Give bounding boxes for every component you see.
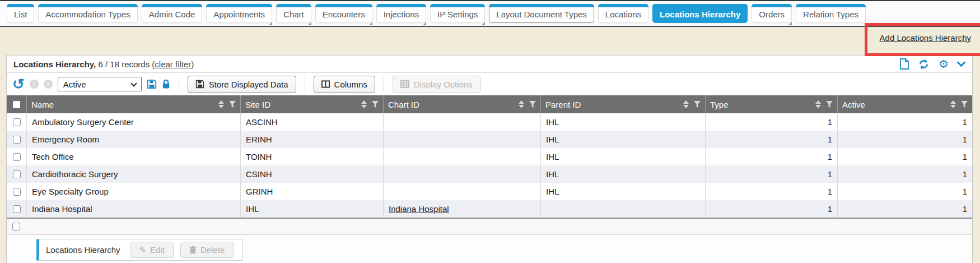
previous-page-button[interactable]: ‹ [30, 80, 39, 89]
cell-type: 1 [706, 200, 838, 218]
row-checkbox[interactable] [13, 153, 21, 161]
table-row[interactable]: Indiana Hospital IHL Indiana Hospital 1 … [7, 200, 972, 218]
cell-site-id: ERINH [241, 131, 384, 148]
tab-relation-types[interactable]: Relation Types [796, 4, 866, 23]
cell-type: 1 [706, 165, 838, 183]
cell-type: 1 [706, 183, 838, 200]
table-row[interactable]: Cardiothoracic Surgery CSINH IHL 1 1 [7, 165, 972, 183]
table-row[interactable]: Tech Office TOINH IHL 1 1 [7, 148, 972, 165]
tab-ip-settings[interactable]: IP Settings [430, 4, 485, 23]
tab-appointments[interactable]: Appointments [206, 4, 272, 23]
filter-funnel-icon[interactable] [229, 101, 236, 108]
sort-icon[interactable] [218, 100, 224, 108]
cell-site-id: IHL [241, 200, 384, 218]
cell-name: Indiana Hospital [27, 200, 241, 218]
cell-type: 1 [706, 131, 838, 148]
undo-icon[interactable]: ↺ [12, 78, 25, 90]
column-header-active[interactable]: Active [838, 95, 972, 113]
tab-chart[interactable]: Chart [276, 4, 311, 23]
tab-bar: List Accommodation Types Admin Code Appo… [0, 0, 980, 27]
locations-hierarchy-panel: Locations Hierarchy, 6 / 18 records (cle… [6, 55, 973, 263]
save-icon [195, 80, 204, 89]
columns-button[interactable]: Columns [314, 76, 375, 93]
tab-label: Injections [384, 10, 419, 19]
chart-id-link[interactable]: Indiana Hospital [389, 204, 449, 214]
tab-locations[interactable]: Locations [598, 4, 648, 23]
cell-site-id: ASCINH [241, 113, 384, 131]
tab-label: Chart [283, 10, 304, 19]
sort-icon[interactable] [815, 100, 821, 108]
store-displayed-data-button[interactable]: Store Displayed Data [188, 76, 296, 93]
chevron-down-icon [130, 80, 137, 86]
cell-active: 1 [838, 131, 972, 148]
cell-name: Cardiothoracic Surgery [27, 165, 241, 183]
filter-funnel-icon[interactable] [529, 101, 536, 108]
delete-button[interactable]: Delete [180, 242, 234, 258]
cell-chart-id [384, 113, 541, 131]
sort-icon[interactable] [683, 100, 689, 108]
submenu-caret-icon [269, 22, 272, 25]
tab-admin-code[interactable]: Admin Code [142, 4, 203, 23]
view-filter-select[interactable]: Active [58, 77, 142, 91]
sort-icon[interactable] [950, 100, 956, 108]
table-footer-row [7, 219, 972, 234]
grid-icon [400, 80, 409, 88]
refresh-icon[interactable] [918, 59, 929, 70]
cell-parent-id: IHL [541, 131, 706, 148]
filter-funnel-icon[interactable] [372, 101, 379, 108]
column-header-name[interactable]: Name [27, 95, 241, 113]
save-view-icon[interactable] [147, 79, 157, 89]
tab-label: Accommodation Types [45, 10, 130, 19]
column-header-chart-id[interactable]: Chart ID [384, 95, 541, 113]
column-header-type[interactable]: Type [706, 95, 838, 113]
selection-bar-title: Locations Hierarchy [46, 245, 120, 255]
tab-label: IP Settings [437, 10, 478, 19]
column-header-parent-id[interactable]: Parent ID [541, 95, 706, 113]
row-checkbox[interactable] [13, 170, 21, 178]
cell-name: Emergency Room [27, 131, 241, 148]
table-row[interactable]: Eye Specialty Group GRINH IHL 1 1 [7, 183, 972, 200]
lock-icon[interactable] [162, 79, 170, 89]
clear-filter-link[interactable]: clear filter [155, 59, 191, 69]
filter-funnel-icon[interactable] [826, 101, 833, 108]
tab-list[interactable]: List [7, 4, 34, 23]
tab-orders[interactable]: Orders [752, 4, 792, 23]
display-options-button[interactable]: Display Options [393, 76, 480, 93]
row-checkbox[interactable] [13, 136, 21, 144]
submenu-caret-icon [308, 22, 311, 25]
row-checkbox[interactable] [13, 205, 21, 213]
sort-icon[interactable] [519, 100, 524, 108]
row-checkbox[interactable] [13, 118, 21, 126]
new-record-icon[interactable] [900, 58, 909, 70]
sort-icon[interactable] [361, 100, 367, 108]
records-count: 6 / 18 records ( [96, 59, 155, 69]
cell-parent-id: IHL [541, 183, 706, 200]
tab-locations-hierarchy[interactable]: Locations Hierarchy [652, 4, 748, 23]
tab-layout-document-types[interactable]: Layout Document Types [489, 4, 594, 23]
cell-parent-id: IHL [541, 148, 706, 165]
column-header-site-id[interactable]: Site ID [241, 95, 384, 113]
edit-button[interactable]: ✎ Edit [130, 242, 174, 258]
cell-active: 1 [838, 165, 972, 183]
table-row[interactable]: Ambulatory Surgery Center ASCINH IHL 1 1 [7, 113, 972, 131]
tab-label: Encounters [323, 10, 365, 19]
next-page-button[interactable]: › [44, 80, 53, 89]
collapse-panel-icon[interactable] [958, 62, 964, 66]
table-row[interactable]: Emergency Room ERINH IHL 1 1 [7, 131, 972, 148]
tab-encounters[interactable]: Encounters [315, 4, 372, 23]
filter-funnel-icon[interactable] [961, 101, 968, 108]
cell-chart-id [384, 165, 541, 183]
select-all-checkbox[interactable] [13, 101, 20, 108]
cell-active: 1 [838, 113, 972, 131]
cell-chart-id [384, 131, 541, 148]
tab-injections[interactable]: Injections [376, 4, 426, 23]
pencil-icon: ✎ [139, 246, 147, 254]
tab-label: Locations Hierarchy [660, 10, 740, 19]
row-checkbox[interactable] [13, 188, 21, 196]
filter-funnel-icon[interactable] [694, 101, 701, 108]
add-locations-hierarchy-link[interactable]: Add Locations Hierarchy [880, 33, 971, 43]
tab-label: Locations [605, 10, 641, 19]
tab-accommodation-types[interactable]: Accommodation Types [38, 4, 137, 23]
gear-icon[interactable]: ⚙ [939, 58, 949, 70]
footer-checkbox[interactable] [12, 223, 20, 230]
